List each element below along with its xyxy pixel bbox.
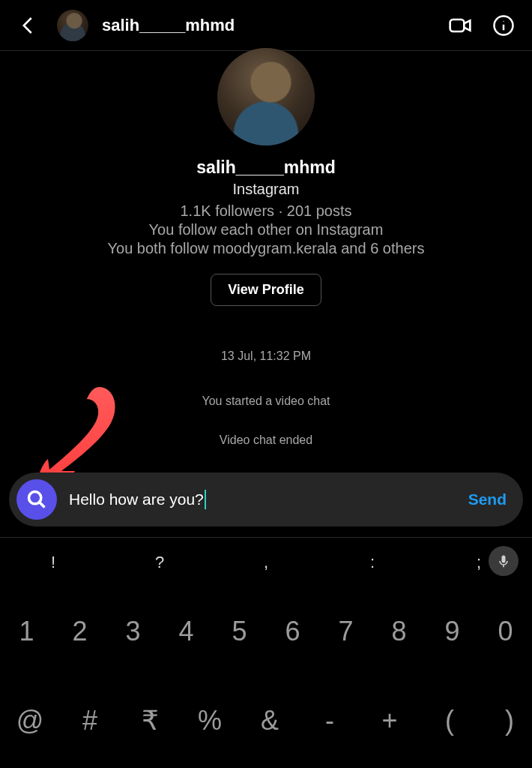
view-profile-button[interactable]: View Profile bbox=[211, 274, 321, 306]
voice-input-button[interactable] bbox=[489, 546, 519, 576]
key-4[interactable]: 4 bbox=[160, 616, 213, 647]
profile-stats: 1.1K followers · 201 posts bbox=[180, 202, 351, 220]
profile-follow-note: You follow each other on Instagram bbox=[149, 221, 384, 238]
profile-avatar[interactable] bbox=[217, 48, 315, 146]
message-composer: Hello how are you? Send bbox=[9, 472, 523, 526]
key-7[interactable]: 7 bbox=[319, 616, 372, 647]
search-icon bbox=[26, 489, 47, 510]
arrow-left-icon bbox=[17, 14, 40, 37]
profile-card: salih_____mhmd Instagram 1.1K followers … bbox=[0, 51, 532, 306]
svg-rect-0 bbox=[450, 20, 465, 32]
key-5[interactable]: 5 bbox=[213, 616, 266, 647]
video-call-button[interactable] bbox=[445, 10, 475, 40]
svg-point-4 bbox=[29, 492, 41, 504]
system-message: Video chat ended bbox=[0, 434, 532, 447]
key-colon[interactable]: : bbox=[339, 553, 406, 572]
profile-platform: Instagram bbox=[233, 181, 300, 198]
keyboard-digit-row: 1 2 3 4 5 6 7 8 9 0 bbox=[0, 587, 532, 676]
svg-rect-6 bbox=[502, 556, 506, 563]
thread-timestamp: 13 Jul, 11:32 PM bbox=[0, 350, 532, 363]
key-question[interactable]: ? bbox=[126, 553, 193, 572]
key-hash[interactable]: # bbox=[60, 705, 120, 736]
key-plus[interactable]: + bbox=[360, 705, 420, 736]
key-at[interactable]: @ bbox=[0, 705, 60, 736]
composer-search-button[interactable] bbox=[16, 479, 57, 520]
text-caret bbox=[205, 490, 206, 509]
video-camera-icon bbox=[448, 14, 472, 38]
microphone-icon bbox=[496, 554, 511, 568]
keyboard-punctuation-row: ! ? , : ; bbox=[0, 538, 532, 587]
svg-line-5 bbox=[40, 502, 45, 508]
svg-point-3 bbox=[503, 20, 504, 21]
message-input-text: Hello how are you? bbox=[69, 490, 204, 508]
soft-keyboard: ! ? , : ; 1 2 3 4 5 6 7 8 9 0 @ # ₹ % & … bbox=[0, 537, 532, 768]
chat-header: salih_____mhmd bbox=[0, 0, 532, 51]
send-button[interactable]: Send bbox=[468, 490, 507, 508]
key-8[interactable]: 8 bbox=[372, 616, 426, 647]
key-3[interactable]: 3 bbox=[106, 616, 160, 647]
back-button[interactable] bbox=[13, 10, 43, 40]
key-0[interactable]: 0 bbox=[479, 616, 532, 647]
system-message: You started a video chat bbox=[0, 394, 532, 408]
keyboard-symbol-row: @ # ₹ % & - + ( ) bbox=[0, 676, 532, 769]
key-1[interactable]: 1 bbox=[0, 616, 53, 647]
key-comma[interactable]: , bbox=[232, 553, 300, 572]
message-input[interactable]: Hello how are you? bbox=[69, 490, 468, 509]
profile-username: salih_____mhmd bbox=[196, 158, 335, 178]
key-rupee[interactable]: ₹ bbox=[120, 705, 180, 736]
key-9[interactable]: 9 bbox=[426, 616, 479, 647]
info-icon bbox=[492, 14, 515, 37]
key-exclaim[interactable]: ! bbox=[19, 553, 87, 572]
header-username[interactable]: salih_____mhmd bbox=[102, 16, 432, 35]
key-percent[interactable]: % bbox=[180, 705, 240, 736]
key-minus[interactable]: - bbox=[300, 705, 360, 736]
profile-mutuals-note: You both follow moodygram.kerala and 6 o… bbox=[108, 240, 425, 257]
key-6[interactable]: 6 bbox=[266, 616, 319, 647]
key-amp[interactable]: & bbox=[240, 705, 300, 736]
header-avatar[interactable] bbox=[57, 10, 88, 41]
key-lparen[interactable]: ( bbox=[420, 705, 480, 736]
key-rparen[interactable]: ) bbox=[480, 705, 532, 736]
key-2[interactable]: 2 bbox=[53, 616, 106, 647]
info-button[interactable] bbox=[489, 10, 519, 40]
